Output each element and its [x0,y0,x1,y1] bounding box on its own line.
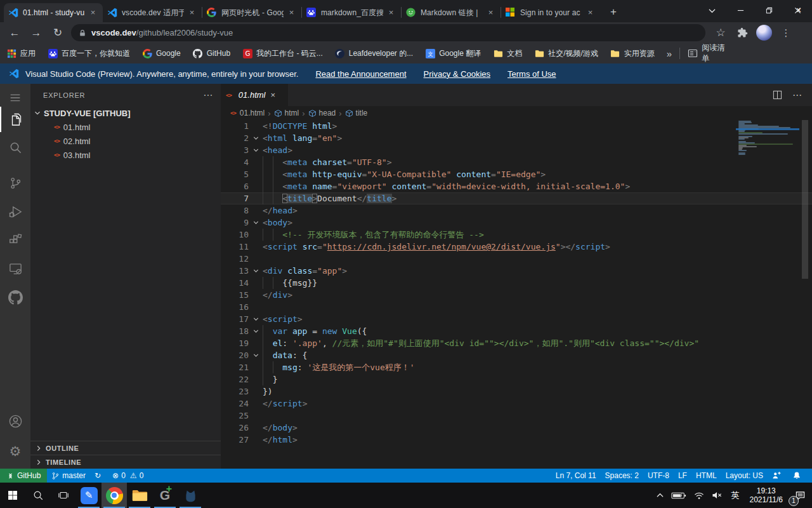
bookmark-item[interactable]: Google [142,48,181,58]
status-master[interactable]: master [47,469,90,483]
code-line[interactable]: 11<script src="https://cdn.jsdelivr.net/… [221,241,812,253]
tab-close-icon[interactable]: × [485,8,496,18]
taskbar-app-gitee-plus[interactable]: G+ [152,483,178,508]
browser-tab[interactable]: Sign in to your ac× [501,3,600,22]
status-feedback[interactable] [768,469,788,483]
bookmark-item[interactable]: 应用 [6,48,36,59]
code-line[interactable]: 3<head> [221,144,812,156]
code-line[interactable]: 15</div> [221,289,812,301]
profile-avatar[interactable] [756,25,772,41]
code-line[interactable]: 4<meta charset="UTF-8"> [221,156,812,168]
code-line[interactable]: 19el: '.app', //元素，如用"#"则上面使用"<div id=""… [221,337,812,349]
browser-tab[interactable]: markdown_百度搜× [302,3,401,22]
bookmark-item[interactable]: Leafdeveloper 的... [335,48,413,59]
bookmark-item[interactable]: 文Google 翻译 [425,48,481,59]
task-view-button[interactable] [51,483,76,508]
timeline-panel-header[interactable]: TIMELINE [30,455,221,469]
code-line[interactable]: 24</script> [221,398,812,410]
file-item-01.html[interactable]: <>01.html [30,120,221,134]
tray-chevron-up-icon[interactable] [653,483,667,508]
bookmark-item[interactable]: 社交/视频/游戏 [534,48,598,59]
code-line[interactable]: 14{{msg}} [221,277,812,289]
split-editor-icon[interactable] [773,90,782,100]
new-tab-button[interactable]: + [605,4,622,20]
restore-button[interactable] [766,7,773,14]
breadcrumb-item[interactable]: html [274,109,299,117]
code-line[interactable]: 9<body> [221,217,812,229]
activity-search-icon[interactable] [0,135,30,160]
reload-button[interactable]: ↻ [49,24,67,42]
tab-close-icon[interactable]: × [187,8,197,18]
code-line[interactable]: 6<meta name="viewport" content="width=de… [221,180,812,192]
code-line[interactable]: 27</html> [221,434,812,446]
breadcrumb-item[interactable]: <>01.html [230,109,265,117]
banner-link[interactable]: Terms of Use [508,69,556,79]
tab-close-icon[interactable]: × [386,8,396,18]
activity-remote-explorer-icon[interactable] [0,256,30,281]
forward-button[interactable]: → [27,24,45,42]
status-Layout: US[interactable]: Layout: US [721,469,768,483]
code-line[interactable]: 18var app = new Vue({ [221,325,812,337]
browser-tab[interactable]: Markdown 链接 |× [402,3,501,22]
editor-scrollbar[interactable] [802,120,808,279]
ime-indicator[interactable]: 英 [726,490,745,501]
file-item-02.html[interactable]: <>02.html [30,134,221,148]
tab-close-icon[interactable]: × [286,8,297,18]
taskbar-app-file-explorer[interactable] [127,483,152,508]
minimap[interactable] [738,121,797,155]
activity-explorer-icon[interactable] [0,107,30,132]
code-line[interactable]: 10<!-- 开发环境版本，包含了有帮助的命令行警告 --> [221,229,812,241]
tab-close-icon[interactable]: × [88,8,98,18]
bookmark-item[interactable]: 百度一下，你就知道 [48,48,130,59]
activity-source-control-icon[interactable] [0,170,30,196]
code-line[interactable]: 26</body> [221,422,812,434]
code-line[interactable]: 21msg: '这是我的第一个vue程序！' [221,361,812,373]
status-Spaces: 2[interactable]: Spaces: 2 [601,469,643,483]
fold-chevron-icon[interactable] [249,144,263,156]
code-line[interactable]: 22} [221,373,812,385]
bookmarks-overflow-button[interactable]: » [667,48,672,59]
code-line[interactable]: 2<html lang="en"> [221,132,812,144]
taskbar-search-button[interactable] [25,483,51,508]
taskbar-app-cat-app[interactable] [178,483,203,508]
sidebar-more-icon[interactable]: ⋯ [203,90,213,101]
code-line[interactable]: 16 [221,301,812,313]
activity-run-debug-icon[interactable] [0,199,30,224]
code-line[interactable]: 8</head> [221,204,812,217]
bookmark-item[interactable]: G我的工作台 - 码云... [242,48,323,59]
outline-panel-header[interactable]: OUTLINE [30,441,221,455]
extensions-puzzle-icon[interactable] [733,24,751,42]
tab-search-button[interactable] [709,8,716,13]
bookmark-item[interactable]: 文档 [493,48,522,59]
code-line[interactable]: 1<!DOCTYPE html> [221,120,812,132]
tray-wifi-icon[interactable] [690,483,708,508]
browser-tab[interactable]: vscode.dev 适用于× [103,3,202,22]
banner-close-icon[interactable]: × [793,4,804,16]
fold-chevron-icon[interactable] [249,349,263,361]
status-UTF-8[interactable]: UTF-8 [643,469,674,483]
breadcrumb-item[interactable]: title [345,109,368,117]
activity-github-icon[interactable] [0,284,30,310]
bookmark-item[interactable]: GitHub [193,48,230,58]
code-line[interactable]: 13<div class="app"> [221,265,812,277]
reading-list-button[interactable]: 阅读清单 [688,43,732,64]
address-bar[interactable]: vscode.dev/github/leaf2006/study-vue [71,24,705,41]
editor-tab-01html[interactable]: <> 01.html × [221,84,288,106]
code-line[interactable]: 7<title>Document</title> [221,192,812,204]
tab-close-icon[interactable]: × [585,8,596,18]
editor-more-icon[interactable]: ⋯ [792,90,802,101]
fold-chevron-icon[interactable] [249,217,263,229]
file-item-03.html[interactable]: <>03.html [30,148,221,162]
status-LF[interactable]: LF [674,469,691,483]
activity-extensions-icon[interactable] [0,227,30,253]
taskbar-clock[interactable]: 19:13 2021/11/6 [745,486,789,504]
code-line[interactable]: 5<meta http-equiv="X-UA-Compatible" cont… [221,168,812,180]
fold-chevron-icon[interactable] [249,265,263,277]
browser-menu-icon[interactable]: ⋮ [777,24,795,42]
banner-link[interactable]: Read the Announcement [315,69,406,79]
code-area[interactable]: 1<!DOCTYPE html>2<html lang="en">3<head>… [221,120,812,446]
status-bell[interactable] [788,469,808,483]
tree-project-row[interactable]: STUDY-VUE [GITHUB] [30,106,221,120]
browser-tab[interactable]: 网页时光机 - Goog× [202,3,301,22]
banner-link[interactable]: Privacy & Cookies [424,69,490,79]
